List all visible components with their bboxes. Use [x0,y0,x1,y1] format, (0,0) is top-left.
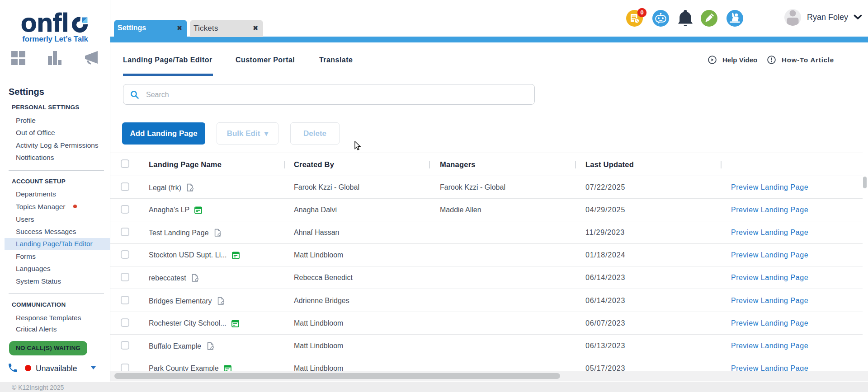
svg-text:0: 0 [640,9,643,16]
svg-text:onfl: onfl [21,10,69,33]
